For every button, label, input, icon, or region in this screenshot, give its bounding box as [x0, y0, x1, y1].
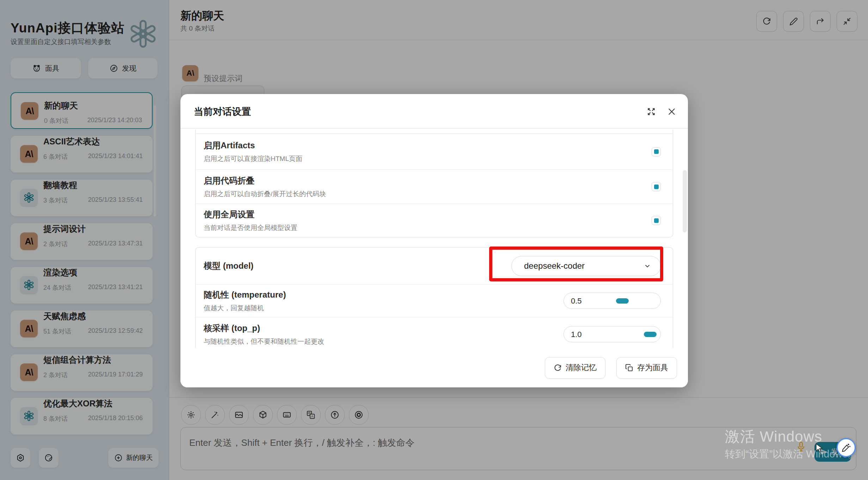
setting-desc: 启用之后可以自动折叠/展开过长的代码块 [204, 189, 326, 199]
maximize-button[interactable] [646, 107, 656, 117]
extension-floating-button[interactable] [837, 438, 856, 457]
close-button[interactable] [667, 107, 677, 117]
clear-memory-label: 清除记忆 [566, 362, 597, 373]
reset-icon [554, 364, 562, 372]
slider-thumb[interactable] [644, 332, 657, 337]
global-config-checkbox[interactable] [652, 216, 661, 225]
setting-row-global-config: 使用全局设置 当前对话是否使用全局模型设置 [196, 204, 673, 237]
pencil-sparkle-icon [841, 443, 851, 453]
setting-row-temperature: 随机性 (temperature) 值越大，回复越随机 0.5 [196, 285, 673, 317]
settings-group-model: 模型 (model) deepseek-coder 随机性 (temperatu… [195, 247, 673, 348]
setting-row-artifacts: 启用Artifacts 启用之后可以直接渲染HTML页面 [196, 134, 673, 170]
setting-title: 启用Artifacts [204, 140, 302, 151]
setting-desc: 当前对话是否使用全局模型设置 [204, 223, 297, 232]
checkbox-checked-mark [654, 149, 659, 154]
setting-desc: 启用之后可以直接渲染HTML页面 [204, 154, 302, 163]
temperature-slider[interactable]: 0.5 [564, 293, 661, 309]
setting-title: 核采样 (top_p) [204, 323, 324, 334]
temperature-value: 0.5 [571, 297, 582, 306]
model-label: 模型 (model) [204, 260, 253, 272]
setting-title: 使用全局设置 [204, 209, 297, 220]
microphone-icon[interactable] [796, 441, 806, 453]
clipped-row [196, 130, 673, 134]
top-p-slider[interactable]: 1.0 [564, 326, 661, 342]
slider-thumb[interactable] [616, 298, 629, 304]
settings-group-toggles: 启用Artifacts 启用之后可以直接渲染HTML页面 启用代码折叠 启用之后… [195, 130, 673, 237]
save-as-mask-button[interactable]: 存为面具 [616, 357, 677, 379]
top-p-value: 1.0 [571, 330, 582, 339]
artifacts-checkbox[interactable] [652, 147, 661, 156]
model-select-value: deepseek-coder [524, 261, 644, 271]
clear-memory-button[interactable]: 清除记忆 [545, 357, 605, 379]
setting-row-model: 模型 (model) deepseek-coder [196, 248, 673, 285]
modal-body: 启用Artifacts 启用之后可以直接渲染HTML页面 启用代码折叠 启用之后… [180, 129, 688, 348]
code-fold-checkbox[interactable] [652, 182, 661, 191]
checkbox-checked-mark [654, 185, 659, 189]
modal-title: 当前对话设置 [194, 105, 251, 118]
chevron-down-icon [644, 262, 651, 270]
copy-icon [625, 364, 633, 372]
setting-desc: 与随机性类似，但不要和随机性一起更改 [204, 337, 324, 346]
save-as-mask-label: 存为面具 [637, 362, 668, 373]
modal-footer: 清除记忆 存为面具 [180, 348, 688, 387]
mouse-cursor [815, 443, 824, 454]
modal-header: 当前对话设置 [180, 94, 688, 129]
setting-title: 随机性 (temperature) [204, 289, 286, 300]
expand-icon [646, 107, 656, 117]
windows-activation-watermark-line1: 激活 Windows [725, 427, 822, 447]
setting-row-code-fold: 启用代码折叠 启用之后可以自动折叠/展开过长的代码块 [196, 170, 673, 204]
session-settings-modal: 当前对话设置 启用Artifacts 启用之后可以直接渲染HTML页面 启用代码… [180, 94, 688, 387]
setting-desc: 值越大，回复越随机 [204, 304, 286, 313]
setting-row-top-p: 核采样 (top_p) 与随机性类似，但不要和随机性一起更改 1.0 [196, 317, 673, 348]
modal-scrollbar[interactable] [683, 170, 687, 232]
checkbox-checked-mark [654, 218, 659, 223]
model-select[interactable]: deepseek-coder [511, 256, 661, 276]
setting-title: 启用代码折叠 [204, 175, 326, 186]
close-icon [667, 107, 677, 117]
